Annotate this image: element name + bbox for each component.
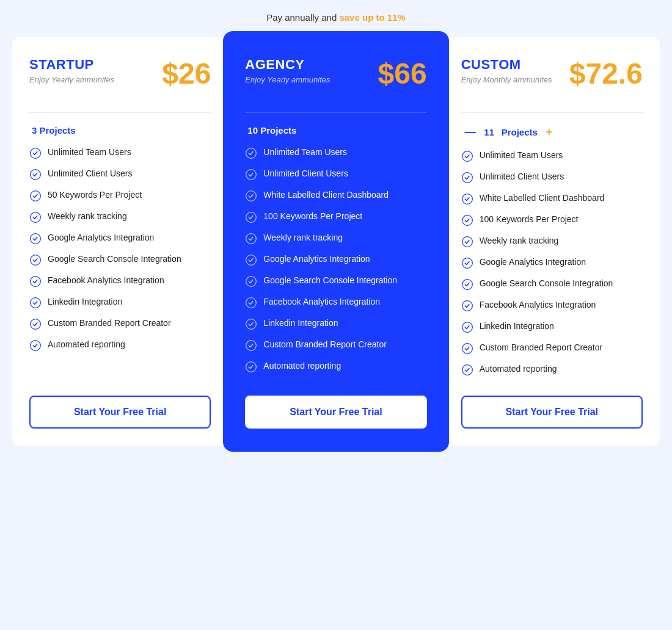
check-icon <box>461 172 473 184</box>
feature-text: Facebook Analytics Integration <box>48 275 164 287</box>
feature-item: Unlimited Team Users <box>461 150 643 162</box>
minus-button-custom[interactable]: — <box>464 125 477 139</box>
feature-item: Google Analytics Integration <box>29 232 211 245</box>
feature-text: Google Search Console Integration <box>48 253 181 266</box>
plans-container: STARTUPEnjoy Yearly ammunites$263 Projec… <box>12 37 660 446</box>
feature-text: Google Analytics Integration <box>263 253 370 266</box>
feature-text: Linkedin Integration <box>48 296 122 308</box>
feature-item: Weekly rank tracking <box>461 235 643 248</box>
feature-item: Unlimited Client Users <box>461 171 643 184</box>
features-list-custom: Unlimited Team UsersUnlimited Client Use… <box>461 150 643 376</box>
divider-startup <box>29 112 211 113</box>
feature-item: Linkedin Integration <box>29 296 211 309</box>
feature-text: Unlimited Team Users <box>480 150 563 162</box>
features-list-startup: Unlimited Team UsersUnlimited Client Use… <box>29 147 211 376</box>
feature-text: 50 Keywords Per Project <box>48 189 142 201</box>
check-icon <box>29 233 42 245</box>
divider-agency <box>245 112 426 113</box>
plan-name-startup: STARTUP <box>29 57 114 73</box>
feature-text: Weekly rank tracking <box>480 235 559 247</box>
feature-item: Unlimited Client Users <box>245 168 426 181</box>
features-list-agency: Unlimited Team UsersUnlimited Client Use… <box>245 147 426 376</box>
check-icon <box>29 211 42 223</box>
projects-row-startup: 3 Projects <box>29 125 211 136</box>
check-icon <box>461 150 473 162</box>
feature-text: Automated reporting <box>480 363 557 375</box>
feature-text: Linkedin Integration <box>480 320 554 333</box>
feature-item: Weekly rank tracking <box>29 211 211 223</box>
feature-text: Facebook Analytics Integration <box>480 299 596 311</box>
check-icon <box>461 300 473 312</box>
feature-text: Google Search Console Integration <box>480 278 613 290</box>
check-icon <box>29 147 42 159</box>
plan-name-custom: CUSTOM <box>461 57 552 73</box>
feature-text: Automated reporting <box>48 339 125 351</box>
check-icon <box>461 342 473 355</box>
projects-row-agency: 10 Projects <box>245 125 426 136</box>
feature-text: Facebook Analytics Integration <box>263 296 380 308</box>
check-icon <box>461 257 473 269</box>
plus-button-custom[interactable]: + <box>542 125 556 139</box>
top-bar-text: Pay annually and <box>266 12 337 23</box>
feature-item: Unlimited Team Users <box>245 147 426 159</box>
feature-item: Unlimited Team Users <box>29 147 211 159</box>
check-icon <box>245 361 257 373</box>
check-icon <box>245 318 257 330</box>
feature-item: Google Analytics Integration <box>245 253 426 266</box>
check-icon <box>29 190 42 202</box>
plan-card-agency: AGENCYEnjoy Yearly ammunites$6610 Projec… <box>223 31 448 452</box>
projects-label-startup: 3 Projects <box>32 125 76 136</box>
plan-header-custom: CUSTOMEnjoy Monthly ammunites$72.6 <box>461 57 643 90</box>
check-icon <box>245 190 257 202</box>
feature-text: Linkedin Integration <box>263 317 338 330</box>
check-icon <box>245 168 257 181</box>
feature-item: 100 Keywords Per Project <box>245 211 426 223</box>
check-icon <box>29 254 42 266</box>
feature-item: Automated reporting <box>29 339 211 352</box>
check-icon <box>245 211 257 223</box>
plan-price-startup: $26 <box>162 57 211 90</box>
cta-button-startup[interactable]: Start Your Free Trial <box>29 396 211 429</box>
feature-text: Unlimited Client Users <box>48 168 132 180</box>
feature-text: 100 Keywords Per Project <box>263 211 362 223</box>
feature-text: Custom Branded Report Creator <box>263 339 387 351</box>
feature-item: White Labelled Client Dashboard <box>245 189 426 202</box>
feature-text: Unlimited Team Users <box>263 147 347 159</box>
feature-item: Google Search Console Integration <box>461 278 643 291</box>
feature-text: Unlimited Client Users <box>480 171 564 183</box>
feature-item: Unlimited Client Users <box>29 168 211 181</box>
plan-header-startup: STARTUPEnjoy Yearly ammunites$26 <box>29 57 211 90</box>
plan-subtitle-custom: Enjoy Monthly ammunites <box>461 75 552 84</box>
feature-item: Facebook Analytics Integration <box>461 299 643 312</box>
feature-text: White Labelled Client Dashboard <box>263 189 389 201</box>
feature-item: Linkedin Integration <box>245 317 426 330</box>
feature-text: Custom Branded Report Creator <box>480 342 603 354</box>
feature-item: Custom Branded Report Creator <box>29 317 211 330</box>
plan-price-custom: $72.6 <box>569 57 643 90</box>
top-bar: Pay annually and save up to 11% <box>12 12 660 23</box>
check-icon <box>245 339 257 352</box>
check-icon <box>245 297 257 309</box>
check-icon <box>461 236 473 248</box>
top-bar-save: save up to 11% <box>339 12 405 23</box>
check-icon <box>29 297 42 309</box>
cta-button-custom[interactable]: Start Your Free Trial <box>461 396 643 429</box>
feature-item: White Labelled Client Dashboard <box>461 192 643 205</box>
plan-name-agency: AGENCY <box>245 57 330 73</box>
feature-item: Google Search Console Integration <box>29 253 211 266</box>
plan-price-agency: $66 <box>378 57 427 90</box>
feature-item: Automated reporting <box>245 360 426 373</box>
feature-text: Google Search Console Integration <box>263 275 397 287</box>
feature-item: Custom Branded Report Creator <box>245 339 426 352</box>
cta-button-agency[interactable]: Start Your Free Trial <box>245 396 426 429</box>
check-icon <box>461 214 473 226</box>
projects-label-agency: 10 Projects <box>247 125 296 136</box>
feature-text: Custom Branded Report Creator <box>48 317 171 330</box>
plan-card-startup: STARTUPEnjoy Yearly ammunites$263 Projec… <box>12 37 228 446</box>
check-icon <box>29 318 42 330</box>
projects-label-custom: Projects <box>502 127 538 137</box>
feature-item: Google Analytics Integration <box>461 256 643 269</box>
feature-text: Google Analytics Integration <box>480 256 586 269</box>
plan-header-agency: AGENCYEnjoy Yearly ammunites$66 <box>245 57 426 90</box>
check-icon <box>461 364 473 376</box>
